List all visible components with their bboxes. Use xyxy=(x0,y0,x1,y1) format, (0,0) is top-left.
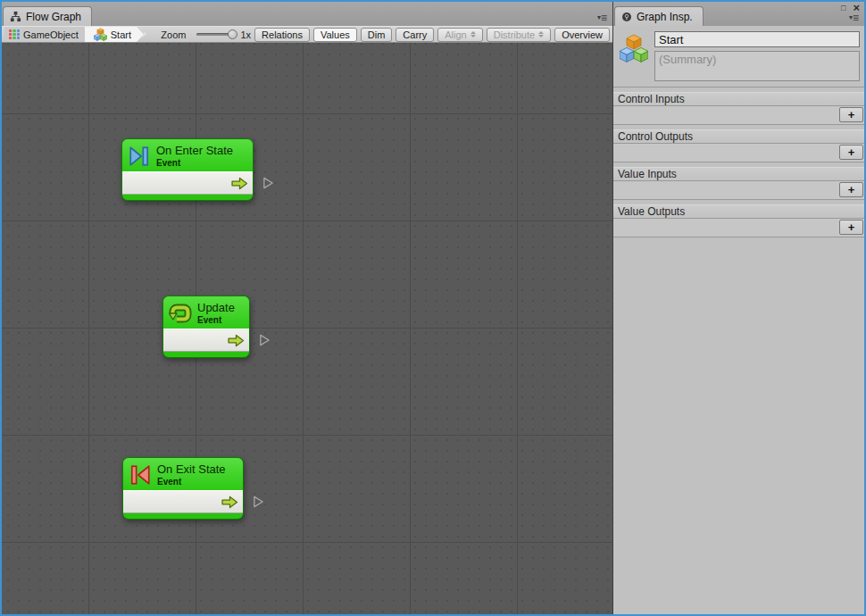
values-button[interactable]: Values xyxy=(313,28,357,42)
node-footer xyxy=(123,513,243,519)
ghost-port-icon[interactable] xyxy=(262,176,274,190)
section-row: + xyxy=(613,181,864,200)
graph-asset-icon-large xyxy=(620,31,648,67)
section-header: Control Outputs xyxy=(613,129,864,144)
step-back-icon xyxy=(129,463,152,487)
graph-inspector-header xyxy=(613,26,864,87)
section-header: Control Inputs xyxy=(613,92,864,106)
menu-lines-icon: ≡ xyxy=(601,13,607,22)
node-on-enter-state[interactable]: On Enter State Event xyxy=(121,138,254,201)
node-on-exit-state[interactable]: On Exit State Event xyxy=(122,457,244,520)
tab-graph-inspector[interactable]: Graph Insp. xyxy=(614,6,704,26)
graph-inspector-pane: Graph Insp. □ × ▾ ≡ xyxy=(613,2,864,614)
add-control-output-button[interactable]: + xyxy=(839,145,863,160)
control-output-port-icon[interactable] xyxy=(231,177,248,190)
graph-asset-icon xyxy=(94,28,107,42)
flow-graph-icon xyxy=(10,11,21,22)
graph-title-input[interactable] xyxy=(654,31,860,47)
menu-lines-icon: ≡ xyxy=(853,13,859,22)
zoom-slider[interactable] xyxy=(196,33,233,36)
right-tabstrip: Graph Insp. □ × ▾ ≡ xyxy=(613,2,864,26)
node-header: Update Event xyxy=(163,296,249,329)
section-row: + xyxy=(613,106,864,125)
loop-icon xyxy=(169,302,192,325)
dropdown-arrows-icon xyxy=(470,31,476,37)
toolbar-buttons: Relations Values Dim Carry Align Distrib… xyxy=(251,28,610,42)
right-pane-menu-icon[interactable]: ▾ ≡ xyxy=(849,13,859,22)
node-footer xyxy=(122,195,253,200)
left-tabstrip: Flow Graph ▾ ≡ xyxy=(2,2,612,26)
node-header: On Exit State Event xyxy=(123,458,243,490)
section-header: Value Outputs xyxy=(613,204,864,219)
node-subtitle: Event xyxy=(157,477,226,487)
add-value-input-button[interactable]: + xyxy=(839,182,863,197)
flow-graph-pane: Flow Graph ▾ ≡ GameObject xyxy=(2,2,612,614)
left-pane-menu-icon[interactable]: ▾ ≡ xyxy=(597,13,607,22)
tab-flow-graph-label: Flow Graph xyxy=(26,11,81,23)
ghost-port-icon[interactable] xyxy=(259,333,271,347)
add-control-input-button[interactable]: + xyxy=(839,107,863,122)
node-body xyxy=(122,171,253,195)
section-row: + xyxy=(613,144,864,162)
distribute-dropdown[interactable]: Distribute xyxy=(487,28,551,42)
node-body xyxy=(123,490,243,513)
breadcrumb-start-label: Start xyxy=(111,29,131,40)
breadcrumb-gameobject-label: GameObject xyxy=(23,29,79,40)
node-footer xyxy=(163,352,249,357)
node-update[interactable]: Update Event xyxy=(162,296,250,358)
node-body xyxy=(163,329,249,352)
gameobject-icon xyxy=(9,29,20,40)
section-value-inputs: Value Inputs + xyxy=(613,167,864,200)
node-title: On Enter State xyxy=(156,144,233,158)
tab-graph-inspector-label: Graph Insp. xyxy=(637,11,693,23)
flow-graph-window: Flow Graph ▾ ≡ GameObject xyxy=(0,0,866,616)
breadcrumb-gameobject[interactable]: GameObject xyxy=(4,27,91,42)
node-subtitle: Event xyxy=(197,315,235,325)
graph-toolbar: GameObject Start Zoom xyxy=(2,26,612,43)
dropdown-arrows-icon xyxy=(538,31,544,37)
section-header: Value Inputs xyxy=(613,167,864,181)
zoom-value: 1x xyxy=(240,29,251,40)
step-forward-icon xyxy=(128,145,151,168)
node-header: On Enter State Event xyxy=(122,139,253,171)
overview-button[interactable]: Overview xyxy=(554,28,610,42)
carry-button[interactable]: Carry xyxy=(396,28,434,42)
tab-flow-graph[interactable]: Flow Graph xyxy=(3,6,92,26)
section-row: + xyxy=(613,219,864,237)
zoom-slider-knob[interactable] xyxy=(228,29,237,39)
node-subtitle: Event xyxy=(156,158,233,168)
section-control-outputs: Control Outputs + xyxy=(613,129,864,162)
breadcrumb-start[interactable]: Start xyxy=(85,27,144,42)
dim-button[interactable]: Dim xyxy=(361,28,393,42)
node-title: Update xyxy=(197,301,235,315)
graph-summary-input[interactable] xyxy=(654,51,860,81)
section-value-outputs: Value Outputs + xyxy=(613,204,864,237)
maximize-icon[interactable]: □ xyxy=(841,3,845,13)
graph-inspector-icon xyxy=(621,12,632,22)
control-output-port-icon[interactable] xyxy=(228,334,245,347)
graph-canvas[interactable]: On Enter State Event xyxy=(2,43,612,614)
ghost-port-icon[interactable] xyxy=(253,495,264,509)
section-control-inputs: Control Inputs + xyxy=(613,92,864,125)
node-title: On Exit State xyxy=(157,462,226,477)
relations-button[interactable]: Relations xyxy=(254,28,310,42)
align-dropdown[interactable]: Align xyxy=(437,28,482,42)
zoom-label: Zoom xyxy=(161,29,186,40)
add-value-output-button[interactable]: + xyxy=(839,220,863,235)
control-output-port-icon[interactable] xyxy=(221,495,238,509)
